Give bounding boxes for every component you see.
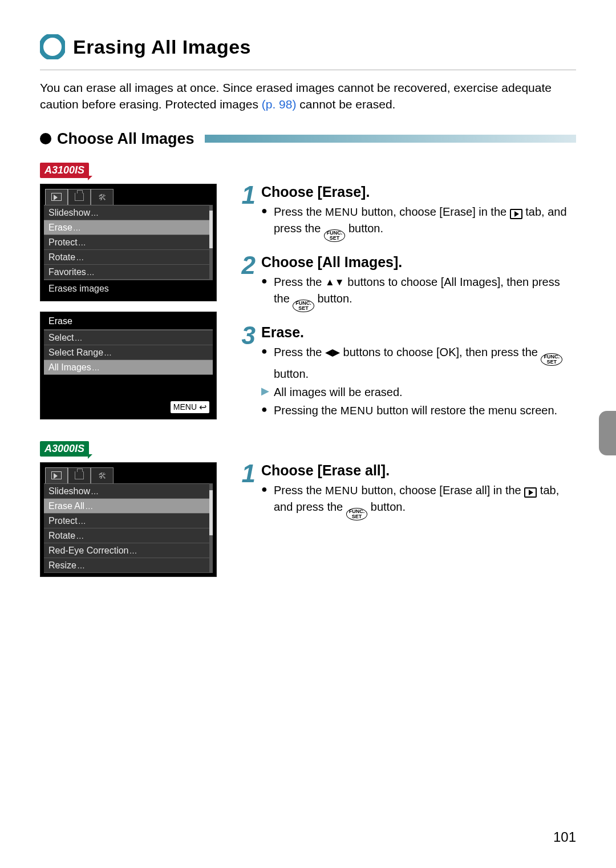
bullet-icon: ● xyxy=(261,204,269,242)
menu-item: All Images xyxy=(44,360,213,375)
submenu-title: Erase xyxy=(44,313,213,330)
menu-item: Slideshow xyxy=(44,484,213,499)
step-number: 2 xyxy=(236,254,256,277)
menu-button-icon: MENU xyxy=(325,206,358,218)
step-title: Erase. xyxy=(261,324,576,341)
playback-tab xyxy=(45,467,68,483)
step-bullet: ●Pressing the MENU button will restore t… xyxy=(261,402,576,419)
intro-text: You can erase all images at once. Since … xyxy=(40,79,576,113)
playback-icon xyxy=(524,487,537,498)
menu-item: Resize xyxy=(44,558,213,573)
page-ref-link[interactable]: (p. 98) xyxy=(262,98,297,111)
step-title: Choose [All Images]. xyxy=(261,254,576,271)
bullet-icon: ● xyxy=(261,402,269,419)
step-title: Choose [Erase all]. xyxy=(261,462,576,479)
menu-item: Protect xyxy=(44,514,213,528)
playback-tab xyxy=(45,189,68,205)
func-set-icon: FUNC.SET xyxy=(346,508,368,520)
menu-scrollbar xyxy=(209,205,213,280)
menu-item: Protect xyxy=(44,235,213,250)
menu-button-icon: MENU xyxy=(325,485,358,496)
step-bullet: ●Press the ◀▶ buttons to choose [OK], th… xyxy=(261,344,576,382)
menu-button-icon: MENU xyxy=(341,405,374,417)
left-right-icon: ◀▶ xyxy=(325,347,340,358)
tools-tab: 🛠 xyxy=(91,189,114,205)
result-arrow-icon: ▶ xyxy=(261,384,269,401)
bullet-icon: ● xyxy=(261,274,269,312)
step-number: 1 xyxy=(236,462,256,485)
menu-back-button: MENU↩ xyxy=(171,401,209,413)
func-set-icon: FUNC.SET xyxy=(293,300,314,312)
menu-description: Erases images xyxy=(44,280,213,297)
page-number: 101 xyxy=(553,829,576,845)
ring-icon xyxy=(40,34,65,59)
svg-point-0 xyxy=(41,35,64,58)
step-bullet: ●Press the MENU button, choose [Erase] i… xyxy=(261,204,576,242)
menu-scrollbar xyxy=(209,483,213,573)
step-number: 3 xyxy=(236,324,256,347)
menu-item: Slideshow xyxy=(44,205,213,220)
func-set-icon: FUNC.SET xyxy=(324,229,346,242)
model-badge-a3100: A3100IS xyxy=(40,163,89,178)
camera-screen-menu: 🛠 SlideshowEraseProtectRotateFavorites E… xyxy=(40,184,217,301)
menu-item: Red-Eye Correction xyxy=(44,543,213,558)
section-bullet-icon xyxy=(40,133,51,144)
menu-item: Favorites xyxy=(44,265,213,280)
step: 1Choose [Erase].●Press the MENU button, … xyxy=(236,184,576,244)
model-badge-a3000: A3000IS xyxy=(40,441,89,457)
step: 2Choose [All Images].●Press the ▲▼ butto… xyxy=(236,254,576,314)
step-bullet: ●Press the MENU button, choose [Erase al… xyxy=(261,482,576,520)
menu-item: Erase xyxy=(44,220,213,235)
section-heading: Choose All Images xyxy=(57,130,194,148)
camera-screen-menu-a3000: 🛠 SlideshowErase AllProtectRotateRed-Eye… xyxy=(40,462,217,577)
print-tab xyxy=(68,189,91,205)
camera-screen-erase: Erase SelectSelect RangeAll Images MENU↩ xyxy=(40,312,217,419)
bullet-icon: ● xyxy=(261,344,269,382)
step: 3Erase.●Press the ◀▶ buttons to choose [… xyxy=(236,324,576,421)
playback-icon xyxy=(510,209,522,219)
menu-item: Erase All xyxy=(44,499,213,514)
menu-item: Select xyxy=(44,330,213,345)
print-tab xyxy=(68,467,91,483)
menu-item: Rotate xyxy=(44,250,213,265)
page-title: Erasing All Images xyxy=(73,36,251,58)
func-set-icon: FUNC.SET xyxy=(541,353,562,366)
step-bullet: ▶All images will be erased. xyxy=(261,384,576,401)
tools-tab: 🛠 xyxy=(91,467,114,483)
title-divider xyxy=(40,70,576,70)
step-bullet: ●Press the ▲▼ buttons to choose [All Ima… xyxy=(261,274,576,312)
up-down-icon: ▲▼ xyxy=(325,277,345,288)
step: 1Choose [Erase all].●Press the MENU butt… xyxy=(236,462,576,522)
section-gradient-bar xyxy=(205,135,576,143)
menu-item: Select Range xyxy=(44,345,213,360)
step-title: Choose [Erase]. xyxy=(261,184,576,200)
menu-item: Rotate xyxy=(44,528,213,543)
step-number: 1 xyxy=(236,184,256,207)
bullet-icon: ● xyxy=(261,482,269,520)
thumb-tab xyxy=(599,411,616,455)
